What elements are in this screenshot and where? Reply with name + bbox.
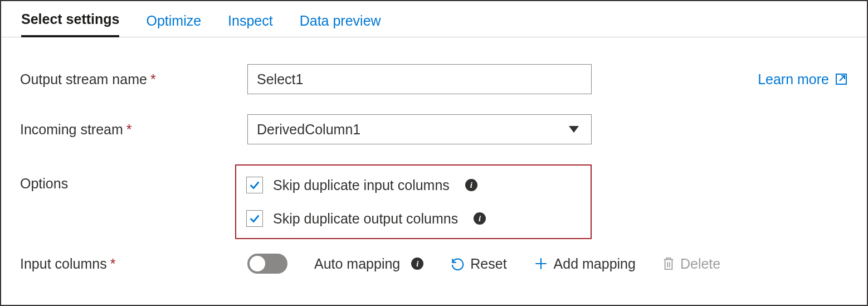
label-input-columns: Input columns* (20, 256, 247, 272)
label-options: Options (20, 164, 247, 192)
skip-dup-output-checkbox[interactable] (246, 210, 263, 227)
check-icon (248, 179, 261, 191)
auto-mapping-label: Auto mapping (314, 256, 400, 272)
tab-bar: Select settings Optimize Inspect Data pr… (1, 1, 867, 37)
label-text: Options (20, 176, 68, 191)
row-output-stream-name: Output stream name* Learn more (20, 64, 848, 94)
skip-dup-input-checkbox[interactable] (246, 177, 263, 193)
select-value: DerivedColumn1 (257, 122, 360, 138)
options-highlight: Skip duplicate input columns i Skip dupl… (235, 164, 592, 239)
tab-inspect[interactable]: Inspect (228, 13, 273, 37)
auto-mapping-toggle[interactable] (247, 254, 287, 274)
row-options: Options Skip duplicate input columns i (20, 164, 848, 239)
option-label: Skip duplicate output columns (273, 211, 458, 227)
chevron-down-icon (569, 126, 579, 133)
required-asterisk-icon: * (110, 256, 116, 271)
auto-mapping-label-group: Auto mapping i (314, 256, 423, 272)
tab-select-settings[interactable]: Select settings (21, 11, 119, 37)
input-columns-actions: Auto mapping i Reset Add mapping (247, 254, 720, 274)
learn-more-text: Learn more (758, 71, 829, 88)
form-body: Output stream name* Learn more Incoming … (1, 37, 867, 274)
reset-label: Reset (470, 256, 506, 272)
info-icon[interactable]: i (411, 258, 423, 270)
row-input-columns: Input columns* Auto mapping i Reset (20, 254, 848, 274)
external-link-icon (835, 72, 848, 86)
required-asterisk-icon: * (150, 71, 156, 87)
add-mapping-button[interactable]: Add mapping (534, 256, 636, 272)
label-text: Input columns (20, 256, 107, 271)
delete-button[interactable]: Delete (662, 256, 720, 272)
label-incoming-stream: Incoming stream* (20, 122, 247, 138)
label-output-stream-name: Output stream name* (20, 71, 247, 88)
add-mapping-label: Add mapping (554, 256, 636, 272)
incoming-stream-select[interactable]: DerivedColumn1 (247, 114, 592, 144)
output-stream-name-input[interactable] (247, 64, 592, 94)
select-settings-panel: Select settings Optimize Inspect Data pr… (0, 0, 868, 306)
delete-label: Delete (680, 256, 720, 272)
option-label: Skip duplicate input columns (273, 177, 450, 193)
toggle-knob-icon (250, 256, 265, 271)
option-skip-dup-output: Skip duplicate output columns i (246, 210, 513, 227)
required-asterisk-icon: * (126, 122, 132, 137)
reset-icon (450, 256, 465, 271)
plus-icon (534, 256, 548, 271)
tab-data-preview[interactable]: Data preview (300, 13, 381, 37)
info-icon[interactable]: i (474, 212, 486, 225)
info-icon[interactable]: i (465, 179, 477, 191)
tab-optimize[interactable]: Optimize (146, 13, 201, 37)
label-text: Incoming stream (20, 122, 123, 137)
learn-more-link[interactable]: Learn more (758, 71, 848, 88)
row-incoming-stream: Incoming stream* DerivedColumn1 (20, 114, 848, 144)
trash-icon (662, 256, 675, 271)
label-text: Output stream name (20, 71, 147, 87)
reset-button[interactable]: Reset (450, 256, 506, 272)
check-icon (248, 212, 261, 225)
option-skip-dup-input: Skip duplicate input columns i (246, 177, 513, 193)
